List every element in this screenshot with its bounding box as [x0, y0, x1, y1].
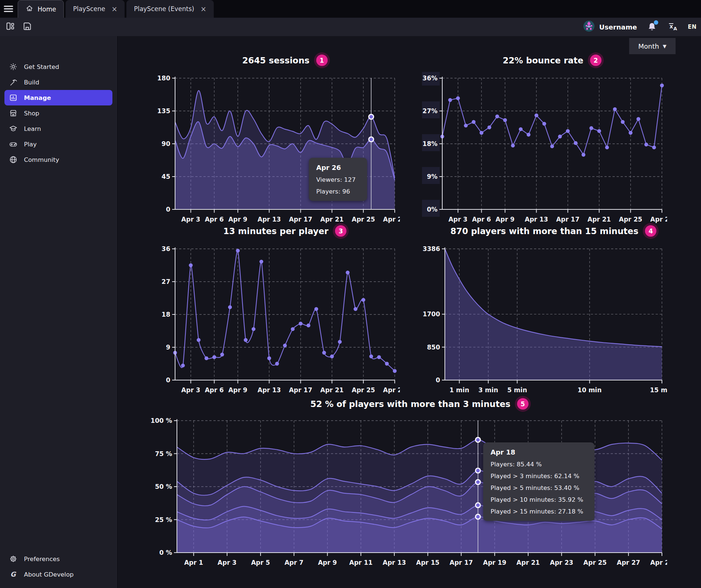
svg-text:Apr 9: Apr 9 — [496, 216, 515, 223]
period-selector[interactable]: Month ▼ — [629, 38, 676, 54]
svg-text:27%: 27% — [422, 107, 437, 115]
sidebar-item-get-started[interactable]: Get Started — [4, 59, 112, 74]
tutorial-badge-3[interactable]: 3 — [335, 225, 346, 237]
tutorial-badge-2[interactable]: 2 — [590, 55, 601, 66]
svg-text:Apr 13: Apr 13 — [258, 216, 281, 223]
language-label[interactable]: EN — [688, 24, 697, 30]
tab-home[interactable]: Home — [18, 0, 64, 18]
svg-text:Apr 6: Apr 6 — [205, 386, 224, 394]
svg-text:Apr 29: Apr 29 — [383, 386, 400, 394]
svg-text:Apr 13: Apr 13 — [383, 559, 406, 566]
svg-text:Apr 9: Apr 9 — [318, 559, 337, 566]
tutorial-badge-5[interactable]: 5 — [517, 398, 529, 410]
tab-playscene-events[interactable]: PlayScene (Events) × — [126, 0, 213, 18]
svg-text:50 %: 50 % — [155, 483, 172, 490]
svg-text:Apr 29: Apr 29 — [650, 216, 667, 223]
sidebar-item-shop[interactable]: Shop — [4, 105, 112, 121]
tutorial-badge-1[interactable]: 1 — [316, 55, 328, 66]
svg-text:Apr 19: Apr 19 — [483, 559, 506, 566]
svg-text:G: G — [10, 570, 17, 578]
svg-text:Apr 21: Apr 21 — [587, 216, 611, 223]
svg-text:75 %: 75 % — [155, 450, 172, 457]
svg-text:5 min: 5 min — [508, 386, 527, 394]
gear-icon — [9, 554, 18, 563]
sidebar-item-about[interactable]: G About GDevelop — [4, 567, 112, 582]
tab-playscene[interactable]: PlayScene × — [66, 0, 125, 18]
svg-text:Apr 17: Apr 17 — [450, 559, 473, 566]
sessions-chart[interactable]: 04590135180Apr 3Apr 6Apr 9Apr 13Apr 17Ap… — [155, 72, 400, 227]
svg-text:Apr 23: Apr 23 — [550, 559, 573, 566]
svg-text:27: 27 — [161, 278, 170, 285]
svg-text:90: 90 — [161, 140, 170, 147]
close-icon[interactable]: × — [200, 6, 206, 13]
svg-text:Apr 21: Apr 21 — [516, 559, 540, 566]
svg-text:Apr 25: Apr 25 — [619, 216, 642, 223]
svg-text:Apr 25: Apr 25 — [352, 216, 375, 223]
svg-text:Apr 29: Apr 29 — [383, 216, 400, 223]
minutes-per-player-chart[interactable]: 09182736Apr 3Apr 6Apr 9Apr 13Apr 17Apr 2… — [155, 243, 400, 397]
graduation-cap-icon — [9, 124, 18, 133]
svg-text:15 min: 15 min — [650, 386, 667, 394]
svg-text:Apr 13: Apr 13 — [525, 216, 548, 223]
notifications-button[interactable] — [646, 21, 658, 32]
svg-text:Apr 1: Apr 1 — [184, 559, 203, 566]
hamburger-menu-icon[interactable] — [3, 4, 14, 14]
svg-text:Apr 13: Apr 13 — [258, 386, 281, 394]
user-menu[interactable]: Username — [583, 20, 637, 34]
svg-text:Apr 6: Apr 6 — [205, 216, 224, 223]
svg-text:9%: 9% — [427, 173, 437, 180]
pickaxe-icon — [9, 78, 18, 87]
svg-text:0: 0 — [166, 376, 170, 384]
svg-text:Apr 25: Apr 25 — [352, 386, 375, 394]
tab-label: Home — [38, 6, 56, 13]
svg-text:Apr 9: Apr 9 — [229, 216, 247, 223]
chart-title-sessions: 2645 sessions1 — [175, 55, 395, 66]
chevron-down-icon: ▼ — [663, 44, 666, 49]
svg-text:3 min: 3 min — [478, 386, 498, 394]
sidebar-item-build[interactable]: Build — [4, 74, 112, 90]
sidebar-item-community[interactable]: Community — [4, 152, 112, 167]
gdevelop-logo-icon: G — [9, 570, 18, 579]
svg-text:Apr 27: Apr 27 — [617, 559, 640, 566]
svg-text:Apr 21: Apr 21 — [320, 386, 343, 394]
sidebar: Get Started Build Manage Shop Learn Play… — [0, 36, 117, 588]
svg-text:Apr 17: Apr 17 — [556, 216, 579, 223]
svg-text:Apr 11: Apr 11 — [349, 559, 373, 566]
svg-text:Apr 3: Apr 3 — [181, 216, 200, 223]
svg-text:0: 0 — [436, 376, 440, 384]
svg-text:Apr 25: Apr 25 — [583, 559, 607, 566]
tab-bar: Home PlayScene × PlayScene (Events) × — [0, 0, 701, 18]
globe-icon — [9, 155, 18, 164]
svg-text:100 %: 100 % — [151, 417, 172, 424]
svg-text:1700: 1700 — [423, 310, 440, 318]
storefront-icon — [9, 109, 18, 118]
svg-text:45: 45 — [161, 173, 170, 180]
players-duration-chart[interactable]: 0850170033861 min3 min5 min10 min15 min — [422, 243, 667, 397]
tutorial-badge-4[interactable]: 4 — [645, 225, 656, 237]
sidebar-item-manage[interactable]: Manage — [4, 90, 112, 105]
sidebar-item-preferences[interactable]: Preferences — [4, 551, 112, 567]
sidebar-item-learn[interactable]: Learn — [4, 121, 112, 136]
close-icon[interactable]: × — [112, 6, 118, 13]
svg-text:36%: 36% — [422, 74, 437, 82]
svg-text:1 min: 1 min — [450, 386, 469, 394]
chart-title-engagement: 52 % of players with more than 3 minutes… — [177, 398, 662, 410]
svg-text:Apr 17: Apr 17 — [289, 216, 312, 223]
chart-title-minutes: 13 minutes per player3 — [175, 225, 395, 237]
username-label: Username — [599, 23, 637, 31]
svg-text:Apr 3: Apr 3 — [181, 386, 200, 394]
svg-text:Apr 3: Apr 3 — [217, 559, 236, 566]
save-icon[interactable] — [22, 21, 32, 33]
svg-text:Apr 6: Apr 6 — [472, 216, 491, 223]
translate-icon[interactable]: xA — [667, 21, 678, 33]
open-panels-icon[interactable] — [5, 21, 15, 33]
sidebar-item-play[interactable]: Play — [4, 136, 112, 152]
gamepad-icon — [9, 140, 18, 149]
svg-text:Apr 5: Apr 5 — [251, 559, 270, 566]
svg-text:Apr 9: Apr 9 — [229, 386, 247, 394]
bounce-rate-chart[interactable]: 0%9%18%27%36%Apr 3Apr 6Apr 9Apr 13Apr 17… — [422, 72, 667, 227]
sun-icon — [9, 62, 18, 71]
notification-dot — [654, 20, 658, 25]
svg-text:Apr 15: Apr 15 — [416, 559, 439, 566]
svg-text:10 min: 10 min — [578, 386, 601, 394]
